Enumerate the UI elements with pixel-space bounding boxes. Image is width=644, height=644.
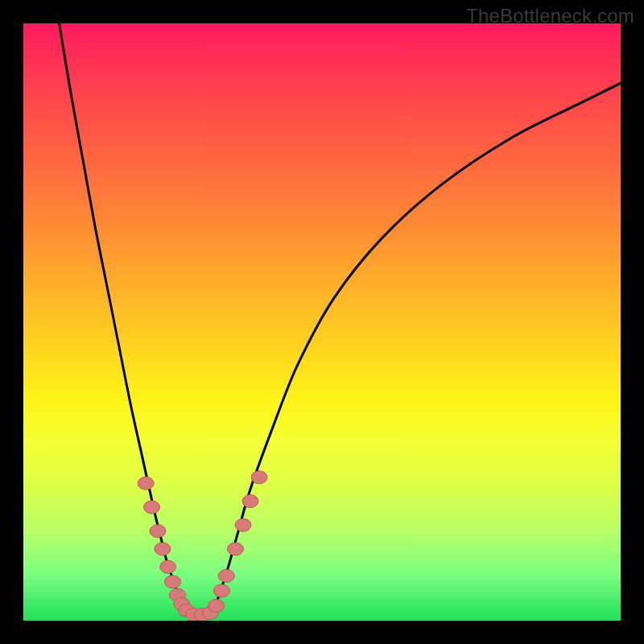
watermark-text: TheBottleneck.com	[466, 5, 634, 27]
chart-frame: TheBottleneck.com	[0, 0, 644, 644]
plot-area	[23, 23, 621, 621]
